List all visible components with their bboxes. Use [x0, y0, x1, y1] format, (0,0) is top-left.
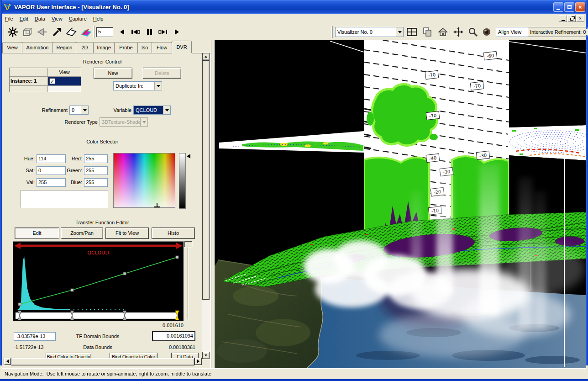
- region-tool-button[interactable]: [21, 26, 34, 38]
- tab-dvr[interactable]: DVR: [172, 41, 192, 53]
- toolbar-grip[interactable]: [3, 26, 4, 38]
- tab-animation[interactable]: Animation: [22, 42, 53, 53]
- histo-button[interactable]: Histo: [152, 228, 195, 239]
- vscroll-thumb[interactable]: [202, 60, 210, 300]
- tab-probe[interactable]: Probe: [114, 42, 138, 53]
- scroll-right-button[interactable]: [194, 358, 202, 365]
- pause-button[interactable]: [143, 26, 155, 38]
- tab-iso[interactable]: Iso: [137, 42, 152, 53]
- play-reverse-icon: [120, 29, 124, 35]
- tf-domain-max-input[interactable]: 0.00161094: [152, 331, 195, 341]
- home-view-button[interactable]: [436, 26, 449, 38]
- green-input[interactable]: 255: [84, 166, 108, 175]
- tile-windows-button[interactable]: [405, 26, 418, 38]
- blue-input[interactable]: 255: [84, 178, 108, 187]
- plane-tool-button[interactable]: [65, 26, 78, 38]
- menu-data[interactable]: Data: [31, 15, 48, 23]
- instance-row[interactable]: Instance: 1 ✓: [10, 77, 81, 86]
- tab-region[interactable]: Region: [52, 42, 76, 53]
- duplicate-in-combo[interactable]: Duplicate In:: [113, 81, 162, 90]
- toolbar-grip-2[interactable]: [93, 26, 94, 38]
- scroll-down-button[interactable]: [202, 352, 210, 359]
- maximize-button[interactable]: [564, 2, 574, 12]
- frame-counter-input[interactable]: 5: [96, 27, 113, 37]
- value-bar-arrow[interactable]: [187, 154, 190, 159]
- duplicate-in-arrow[interactable]: [154, 82, 162, 90]
- delete-button[interactable]: Delete: [143, 68, 181, 79]
- close-button[interactable]: ×: [575, 2, 585, 12]
- new-button[interactable]: New: [94, 68, 132, 79]
- mdi-restore-button[interactable]: [567, 15, 576, 22]
- variable-arrow[interactable]: [163, 106, 170, 114]
- step-forward-button[interactable]: [157, 26, 169, 38]
- tf-colorbar[interactable]: [16, 312, 178, 319]
- tf-domain-min-input[interactable]: -3.03579e-13: [14, 332, 56, 341]
- mdi-close-icon: ×: [579, 16, 582, 21]
- hue-saturation-picker[interactable]: [113, 153, 175, 208]
- visualizer-select[interactable]: Visualizer No. 0: [335, 27, 404, 37]
- instance-table-stub: [10, 86, 81, 92]
- tf-editor-canvas[interactable]: QCLOUD: [13, 241, 184, 321]
- scroll-left-button[interactable]: [4, 358, 11, 365]
- scroll-up-button[interactable]: [202, 53, 210, 60]
- arrow-icon: [51, 26, 62, 37]
- horizontal-scrollbar[interactable]: [4, 358, 202, 365]
- zoom-tool-button[interactable]: [467, 26, 479, 38]
- minimize-button[interactable]: [553, 2, 563, 12]
- fit-to-view-button[interactable]: Fit to View: [105, 228, 149, 239]
- image-tool-button[interactable]: [79, 26, 92, 38]
- edit-button[interactable]: Edit: [15, 228, 59, 239]
- visualizer-canvas[interactable]: -70 -60 -70 -70 -40 -30 -30 -20 -10: [215, 40, 586, 368]
- view-eye-button[interactable]: [480, 26, 493, 38]
- tab-2d[interactable]: 2D: [76, 42, 94, 53]
- chevron-down-icon: [157, 85, 160, 87]
- navigation-mode-button[interactable]: [6, 26, 19, 38]
- arrow-left-icon: [6, 360, 9, 363]
- tab-image[interactable]: Image: [93, 42, 115, 53]
- rake-tool-button[interactable]: [50, 26, 63, 38]
- red-label: Red:: [61, 156, 82, 161]
- move-view-button[interactable]: [452, 26, 465, 38]
- visualizer-select-arrow[interactable]: [396, 27, 403, 37]
- menu-capture[interactable]: Capture: [66, 15, 90, 23]
- menu-view[interactable]: View: [48, 15, 66, 23]
- toolbar-grip-3[interactable]: [331, 26, 333, 38]
- instance-table-header: View: [10, 68, 81, 77]
- window-title: VAPOR User Interface - [Visualizer No. 0…: [14, 4, 129, 11]
- probe-tool-button[interactable]: [36, 26, 48, 38]
- refinement-combo[interactable]: 0: [69, 106, 89, 115]
- navigation-wheel-icon: [7, 26, 18, 37]
- vertical-scrollbar[interactable]: [202, 53, 210, 359]
- menu-help[interactable]: Help: [90, 15, 107, 23]
- step-back-button[interactable]: [130, 26, 142, 38]
- variable-combo[interactable]: QCLOUD: [133, 106, 171, 115]
- variable-value: QCLOUD: [134, 107, 163, 113]
- play-reverse-button[interactable]: [116, 26, 128, 38]
- mdi-minimize-button[interactable]: [559, 15, 567, 22]
- value-bar[interactable]: [179, 153, 186, 209]
- tab-flow[interactable]: Flow: [152, 42, 172, 53]
- menu-edit[interactable]: Edit: [16, 15, 31, 23]
- refinement-arrow[interactable]: [81, 106, 88, 114]
- panel-splitter[interactable]: [211, 40, 215, 368]
- interactive-refinement-spinner[interactable]: Interactive Refinement: 0: [528, 27, 586, 37]
- color-selector-title: Color Selector: [43, 139, 162, 144]
- play-button[interactable]: [171, 26, 183, 38]
- tf-vertical-slider-handle[interactable]: [184, 241, 192, 247]
- tf-vertical-slider-track[interactable]: [188, 247, 188, 319]
- red-input[interactable]: 255: [84, 154, 108, 163]
- arrow-right-icon: [197, 360, 200, 363]
- app-window: VAPOR User Interface - [Visualizer No. 0…: [0, 0, 588, 381]
- new-visualizer-button[interactable]: [421, 26, 434, 38]
- instance-view-cell[interactable]: ✓: [48, 77, 81, 85]
- duplicate-in-value: Duplicate In:: [114, 83, 154, 89]
- tab-view[interactable]: View: [2, 42, 22, 53]
- tf-plot[interactable]: QCLOUD: [14, 242, 183, 320]
- instance-checkbox[interactable]: ✓: [49, 78, 55, 84]
- window-border-bottom: [0, 379, 588, 381]
- mdi-close-button[interactable]: ×: [576, 15, 584, 22]
- hscroll-thumb[interactable]: [11, 358, 194, 365]
- zoom-pan-button[interactable]: Zoom/Pan: [61, 228, 103, 239]
- menu-file[interactable]: File: [2, 15, 16, 23]
- play-icon: [175, 29, 179, 35]
